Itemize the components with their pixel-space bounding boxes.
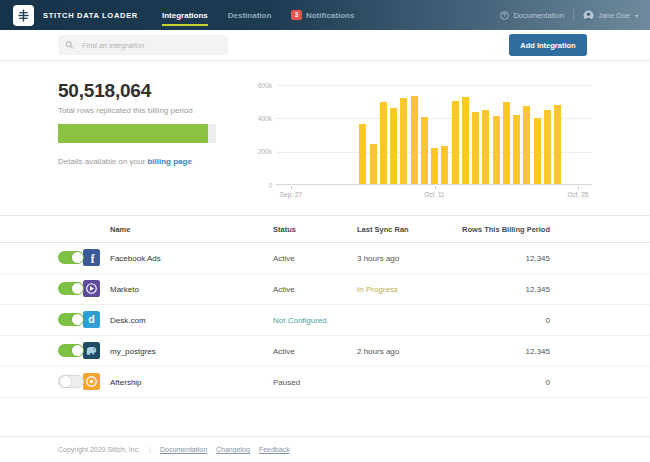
chart-plot-area bbox=[276, 78, 592, 185]
usage-progress-fill bbox=[58, 124, 208, 143]
integration-toggle[interactable] bbox=[58, 375, 84, 388]
rows-replicated-chart: 600k400k200k0Sep. 27Oct. 11Oct. 25 bbox=[252, 74, 637, 202]
integration-status: Active bbox=[273, 347, 357, 356]
svg-text:d: d bbox=[88, 313, 94, 325]
chart-y-tick-label: 0 bbox=[252, 182, 272, 189]
chart-bar bbox=[390, 108, 397, 184]
integration-toggle[interactable] bbox=[58, 282, 84, 295]
integration-last-sync: 3 hours ago bbox=[357, 254, 450, 263]
nav-divider bbox=[573, 9, 574, 21]
toggle-knob bbox=[72, 314, 83, 325]
chart-y-tick-label: 400k bbox=[252, 115, 272, 122]
chart-bar bbox=[482, 110, 489, 184]
chart-x-tick-label: Sep. 27 bbox=[280, 191, 302, 198]
svg-text:?: ? bbox=[503, 12, 506, 18]
column-header-last-sync: Last Sync Ran bbox=[357, 225, 450, 234]
integration-rows-count: 12,345 bbox=[450, 285, 550, 294]
add-integration-button[interactable]: Add Integration bbox=[509, 34, 587, 56]
chart-bar bbox=[503, 102, 510, 184]
usage-stats: 50,518,064 Total rows replicated this bi… bbox=[58, 80, 243, 166]
chart-y-tick-label: 200k bbox=[252, 148, 272, 155]
chart-x-tick-label: Oct. 25 bbox=[568, 191, 589, 198]
column-header-status: Status bbox=[273, 225, 357, 234]
integration-name[interactable]: Facebook Ads bbox=[110, 254, 273, 263]
documentation-link[interactable]: ? Documentation bbox=[500, 11, 563, 20]
table-body: fFacebook AdsActive3 hours ago12,345Mark… bbox=[0, 243, 650, 398]
total-rows-subtitle: Total rows replicated this billing perio… bbox=[58, 106, 243, 115]
stitch-logo-icon[interactable] bbox=[13, 5, 34, 26]
chart-bar bbox=[544, 110, 551, 184]
billing-details-text: Details available on your billing page bbox=[58, 157, 243, 166]
integration-rows-count: 0 bbox=[450, 378, 550, 387]
integration-name[interactable]: my_postgres bbox=[110, 347, 273, 356]
marketo-icon bbox=[83, 280, 100, 297]
chart-bar bbox=[534, 118, 541, 184]
facebook-icon: f bbox=[83, 249, 100, 266]
integration-toggle[interactable] bbox=[58, 313, 84, 326]
postgres-icon bbox=[83, 342, 100, 359]
integration-last-sync: In Progress bbox=[357, 285, 450, 294]
search-box[interactable] bbox=[58, 35, 228, 55]
copyright-text: Copyright 2020 Stitch, Inc. bbox=[58, 446, 140, 453]
integration-rows-count: 0 bbox=[450, 316, 550, 325]
column-header-rows: Rows This Billing Period bbox=[450, 225, 550, 234]
integration-toggle[interactable] bbox=[58, 344, 84, 357]
tab-destination[interactable]: Destination bbox=[228, 0, 272, 30]
footer-link-documentation[interactable]: Documentation bbox=[160, 446, 207, 453]
chart-bar bbox=[462, 97, 469, 184]
integration-rows-count: 12,345 bbox=[450, 347, 550, 356]
chart-y-tick-label: 600k bbox=[252, 82, 272, 89]
toggle-knob bbox=[72, 252, 83, 263]
toggle-knob bbox=[60, 376, 71, 387]
billing-page-link[interactable]: billing page bbox=[147, 157, 191, 166]
chart-x-tick bbox=[578, 186, 579, 189]
integration-status: Active bbox=[273, 254, 357, 263]
search-icon bbox=[65, 40, 74, 50]
integration-toggle[interactable] bbox=[58, 251, 84, 264]
help-icon: ? bbox=[500, 11, 509, 20]
chart-x-tick bbox=[291, 186, 292, 189]
table-header-row: Name Status Last Sync Ran Rows This Bill… bbox=[0, 215, 650, 243]
nav-tabs: Integrations Destination 3 Notifications bbox=[162, 0, 354, 30]
nav-right: ? Documentation Jane Doe ▾ bbox=[500, 9, 638, 21]
integration-last-sync: 2 hours ago bbox=[357, 347, 450, 356]
integration-name[interactable]: Desk.com bbox=[110, 316, 273, 325]
chart-gridline bbox=[276, 85, 592, 86]
integrations-table: Name Status Last Sync Ran Rows This Bill… bbox=[0, 215, 650, 398]
brand-name: STITCH DATA LOADER bbox=[43, 11, 138, 20]
chart-bar bbox=[441, 146, 448, 184]
chart-bar bbox=[452, 101, 459, 184]
footer-link-changelog[interactable]: Changelog bbox=[216, 446, 250, 453]
footer-link-feedback[interactable]: Feedback bbox=[259, 446, 290, 453]
integration-name[interactable]: Marketo bbox=[110, 285, 273, 294]
avatar-icon bbox=[583, 10, 594, 21]
chart-bar bbox=[523, 106, 530, 184]
aftership-icon bbox=[83, 373, 100, 390]
chart-bar bbox=[359, 124, 366, 184]
chart-x-tick-label: Oct. 11 bbox=[424, 191, 444, 198]
integration-row: dDesk.comNot Configured0 bbox=[0, 305, 650, 336]
footer-divider: | bbox=[149, 446, 151, 453]
integration-status: Active bbox=[273, 285, 357, 294]
chevron-down-icon: ▾ bbox=[635, 12, 638, 19]
svg-text:f: f bbox=[91, 252, 95, 264]
integration-status: Paused bbox=[273, 378, 357, 387]
integration-rows-count: 12,345 bbox=[450, 254, 550, 263]
toggle-knob bbox=[72, 283, 83, 294]
integration-status: Not Configured bbox=[273, 316, 357, 325]
chart-bar bbox=[400, 98, 407, 184]
chart-bar bbox=[493, 116, 500, 184]
toggle-knob bbox=[72, 345, 83, 356]
integration-row: fFacebook AdsActive3 hours ago12,345 bbox=[0, 243, 650, 274]
integration-row: AftershipPaused0 bbox=[0, 367, 650, 398]
stitch-app-window: STITCH DATA LOADER Integrations Destinat… bbox=[0, 0, 650, 462]
footer: Copyright 2020 Stitch, Inc. | Documentat… bbox=[0, 436, 650, 462]
chart-bar bbox=[431, 148, 438, 184]
notifications-badge: 3 bbox=[291, 10, 302, 21]
integration-name[interactable]: Aftership bbox=[110, 378, 273, 387]
tab-integrations[interactable]: Integrations bbox=[162, 0, 208, 30]
search-input[interactable] bbox=[80, 40, 221, 51]
chart-bar bbox=[421, 117, 428, 184]
tab-notifications[interactable]: 3 Notifications bbox=[291, 0, 354, 30]
user-menu[interactable]: Jane Doe ▾ bbox=[583, 10, 638, 21]
